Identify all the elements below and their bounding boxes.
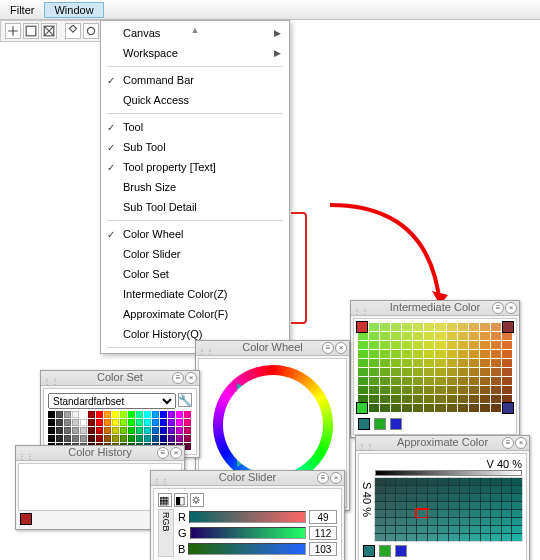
panel-color-slider[interactable]: Color Slider≡× ▦ ◧ ⛭ RGB R49 G112 B103: [150, 470, 345, 560]
menu-brush-size[interactable]: Brush Size: [101, 177, 289, 197]
menu-icon[interactable]: ≡: [172, 372, 184, 384]
grip-icon[interactable]: [43, 374, 51, 382]
panel-title: Color History: [68, 446, 132, 458]
r-slider[interactable]: [189, 511, 306, 523]
tool-btn-4[interactable]: [65, 23, 81, 39]
corner-swatch[interactable]: [356, 321, 368, 333]
b-value[interactable]: 103: [309, 542, 337, 556]
intermediate-grid[interactable]: [358, 323, 512, 412]
corner-swatch[interactable]: [356, 402, 368, 414]
grip-icon[interactable]: [353, 304, 361, 312]
result-swatch: [363, 545, 375, 557]
close-icon[interactable]: ×: [515, 437, 527, 449]
tab-icon[interactable]: ⛭: [190, 493, 204, 507]
color-wheel[interactable]: [213, 365, 333, 485]
menu-color-slider[interactable]: Color Slider: [101, 244, 289, 264]
panel-title: Color Set: [97, 371, 143, 383]
panel-title: Intermediate Color: [390, 301, 481, 313]
menu-icon[interactable]: ≡: [502, 437, 514, 449]
bracket-annotation: [291, 212, 307, 324]
menu-tool-property[interactable]: ✓Tool property [Text]: [101, 157, 289, 177]
menu-canvas[interactable]: Canvas: [101, 23, 289, 43]
menu-tool[interactable]: ✓Tool: [101, 117, 289, 137]
menu-sub-tool-detail[interactable]: Sub Tool Detail: [101, 197, 289, 217]
panel-title: Color Wheel: [242, 341, 303, 353]
v-slider[interactable]: [375, 470, 522, 476]
check-icon: ✓: [107, 162, 115, 173]
grip-icon[interactable]: [18, 449, 26, 457]
check-icon: ✓: [107, 142, 115, 153]
color-triangle[interactable]: [237, 383, 309, 467]
result-swatch: [374, 418, 386, 430]
close-icon[interactable]: ×: [330, 472, 342, 484]
window-dropdown: ▲ Canvas Workspace ✓Command Bar Quick Ac…: [100, 20, 290, 354]
menu-window[interactable]: Window: [44, 2, 103, 18]
panel-intermediate-color[interactable]: Intermediate Color≡×: [350, 300, 520, 438]
tool-btn-3[interactable]: [41, 23, 57, 39]
menu-icon[interactable]: ≡: [492, 302, 504, 314]
close-icon[interactable]: ×: [170, 447, 182, 459]
menu-quick-access[interactable]: Quick Access: [101, 90, 289, 110]
check-icon: ✓: [107, 122, 115, 133]
tool-btn-5[interactable]: [83, 23, 99, 39]
grip-icon[interactable]: [198, 344, 206, 352]
tab-icon[interactable]: ◧: [174, 493, 188, 507]
tool-btn-2[interactable]: [23, 23, 39, 39]
menu-intermediate-color[interactable]: Intermediate Color(Z): [101, 284, 289, 304]
menu-filter[interactable]: Filter: [0, 2, 44, 18]
corner-swatch[interactable]: [502, 402, 514, 414]
panel-title: Color Slider: [219, 471, 276, 483]
close-icon[interactable]: ×: [185, 372, 197, 384]
menu-workspace[interactable]: Workspace: [101, 43, 289, 63]
mode-label[interactable]: RGB: [158, 509, 174, 557]
grip-icon[interactable]: [358, 439, 366, 447]
menu-color-set[interactable]: Color Set: [101, 264, 289, 284]
panel-title: Approximate Color: [397, 436, 488, 448]
g-value[interactable]: 112: [309, 526, 337, 540]
result-swatch: [395, 545, 407, 557]
r-value[interactable]: 49: [309, 510, 337, 524]
result-swatch: [379, 545, 391, 557]
result-swatch: [358, 418, 370, 430]
settings-icon[interactable]: 🔧: [178, 393, 192, 407]
g-slider[interactable]: [190, 527, 306, 539]
svg-point-2: [87, 27, 94, 34]
b-slider[interactable]: [188, 543, 306, 555]
corner-swatch[interactable]: [502, 321, 514, 333]
menu-approximate-color[interactable]: Approximate Color(F): [101, 304, 289, 324]
preset-select[interactable]: Standardfarbset: [48, 393, 176, 409]
close-icon[interactable]: ×: [335, 342, 347, 354]
menu-icon[interactable]: ≡: [322, 342, 334, 354]
panel-approximate-color[interactable]: Approximate Color≡× S 40 % V 40 %: [355, 435, 530, 560]
svg-rect-0: [26, 26, 36, 36]
check-icon: ✓: [107, 75, 115, 86]
menu-icon[interactable]: ≡: [157, 447, 169, 459]
result-swatch: [390, 418, 402, 430]
menu-command-bar[interactable]: ✓Command Bar: [101, 70, 289, 90]
menu-color-wheel[interactable]: ✓Color Wheel: [101, 224, 289, 244]
tool-btn-1[interactable]: [5, 23, 21, 39]
check-icon: ✓: [107, 229, 115, 240]
menu-sub-tool[interactable]: ✓Sub Tool: [101, 137, 289, 157]
close-icon[interactable]: ×: [505, 302, 517, 314]
result-swatch: [20, 513, 32, 525]
approx-grid[interactable]: [375, 478, 522, 541]
tab-icon[interactable]: ▦: [158, 493, 172, 507]
menu-icon[interactable]: ≡: [317, 472, 329, 484]
grip-icon[interactable]: [153, 474, 161, 482]
